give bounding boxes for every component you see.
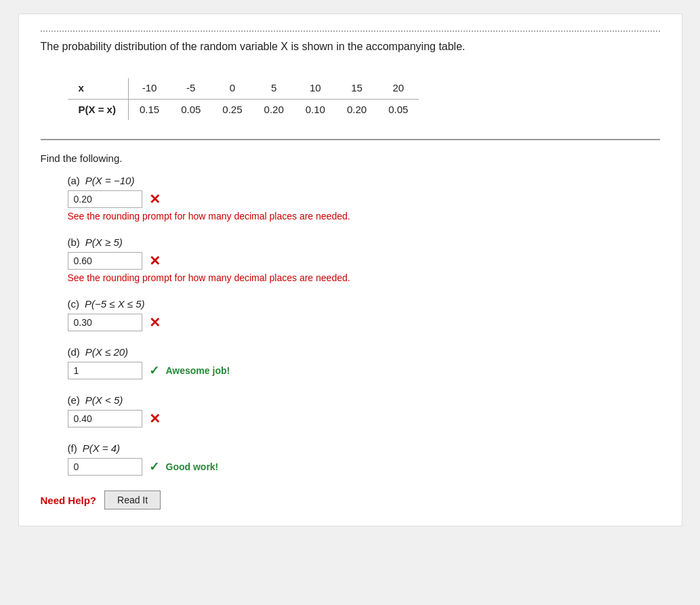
problem-statement: The probability distribution of the rand…	[41, 41, 466, 52]
question-block-b: (b)P(X ≥ 5)0.60✕See the rounding prompt …	[68, 236, 660, 283]
correct-icon-d: ✓	[149, 363, 159, 378]
table-px-neg10: 0.15	[128, 99, 170, 120]
feedback-d: Awesome job!	[166, 365, 230, 376]
table-x-label: x	[68, 78, 129, 99]
correct-icon-f: ✓	[149, 459, 159, 474]
question-block-f: (f)P(X = 4)0✓Good work!	[68, 442, 660, 476]
feedback-b: See the rounding prompt for how many dec…	[68, 272, 660, 283]
question-label-f: (f)P(X = 4)	[68, 442, 660, 454]
answer-box-e[interactable]: 0.40	[68, 410, 142, 427]
read-it-button[interactable]: Read It	[104, 491, 161, 509]
wrong-icon-e: ✕	[149, 411, 161, 427]
wrong-icon-c: ✕	[149, 314, 161, 331]
table-px-20: 0.05	[377, 99, 419, 120]
wrong-icon-b: ✕	[149, 253, 161, 269]
question-label-c: (c)P(−5 ≤ X ≤ 5)	[68, 298, 660, 310]
question-label-d: (d)P(X ≤ 20)	[68, 346, 660, 358]
feedback-f: Good work!	[166, 461, 219, 472]
answer-box-d[interactable]: 1	[68, 362, 142, 379]
answer-box-b[interactable]: 0.60	[68, 252, 142, 270]
table-px-10: 0.10	[295, 99, 336, 120]
feedback-a: See the rounding prompt for how many dec…	[68, 211, 660, 222]
answer-box-f[interactable]: 0	[68, 458, 142, 476]
question-label-a: (a)P(X = −10)	[68, 175, 660, 186]
table-x-0: 0	[211, 78, 253, 99]
find-label: Find the following.	[41, 152, 660, 164]
question-block-a: (a)P(X = −10)0.20✕See the rounding promp…	[68, 175, 660, 222]
table-px-15: 0.20	[336, 99, 377, 120]
table-x-neg5: -5	[170, 78, 211, 99]
answer-box-c[interactable]: 0.30	[68, 314, 142, 331]
question-label-e: (e)P(X < 5)	[68, 394, 660, 406]
probability-table: x -10 -5 0 5 10 15 20 P(X = x) 0.15 0.05…	[68, 78, 419, 120]
table-px-label: P(X = x)	[68, 99, 129, 120]
question-block-c: (c)P(−5 ≤ X ≤ 5)0.30✕	[68, 298, 660, 331]
table-x-15: 15	[336, 78, 377, 99]
table-x-neg10: -10	[128, 78, 170, 99]
table-px-neg5: 0.05	[170, 99, 211, 120]
question-block-d: (d)P(X ≤ 20)1✓Awesome job!	[68, 346, 660, 379]
table-px-5: 0.20	[253, 99, 295, 120]
table-x-20: 20	[377, 78, 419, 99]
table-x-10: 10	[295, 78, 336, 99]
question-label-b: (b)P(X ≥ 5)	[68, 236, 660, 248]
wrong-icon-a: ✕	[149, 191, 161, 207]
table-x-5: 5	[253, 78, 295, 99]
question-block-e: (e)P(X < 5)0.40✕	[68, 394, 660, 427]
table-px-0: 0.25	[211, 99, 253, 120]
answer-box-a[interactable]: 0.20	[68, 190, 142, 208]
need-help-label: Need Help?	[41, 495, 97, 506]
